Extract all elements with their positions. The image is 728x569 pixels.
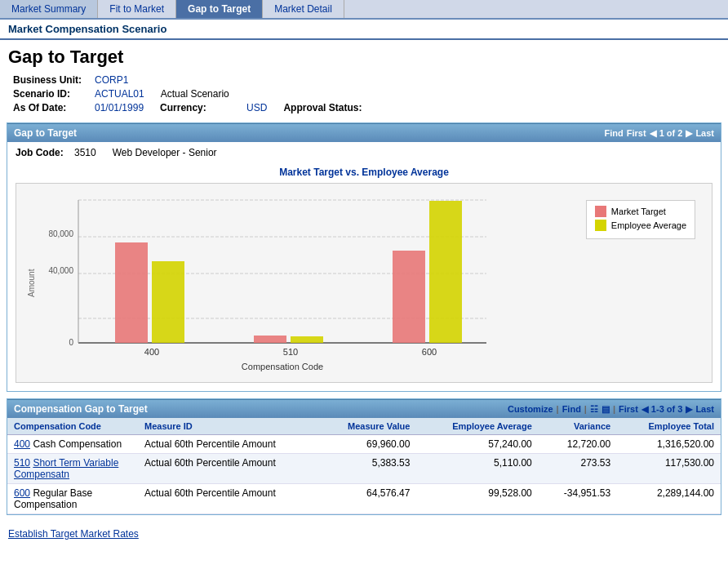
tab-fit-to-market[interactable]: Fit to Market [98, 0, 176, 18]
currency-label: Currency: [160, 102, 242, 113]
scenario-id-value: ACTUAL01 [95, 88, 144, 100]
comp-table-section: Compensation Gap to Target Customize | F… [7, 398, 721, 515]
col-header-comp-code: Compensation Code [7, 418, 138, 435]
as-of-date-label: As Of Date: [13, 102, 95, 113]
scenario-id-label: Scenario ID: [13, 88, 95, 100]
svg-text:510: 510 [283, 347, 298, 357]
chart-inner: 0 40,000 80,000 [38, 192, 704, 374]
table-chart-icon[interactable]: ▤ [601, 404, 610, 415]
table-next-arrow[interactable]: ▶ [686, 404, 692, 415]
gap-last-link[interactable]: Last [695, 128, 714, 138]
row3-comp-code: 600 Regular Base Compensation [7, 484, 138, 514]
currency-value: USD [246, 102, 267, 113]
table-last-link[interactable]: Last [695, 404, 714, 414]
tab-market-summary[interactable]: Market Summary [0, 0, 98, 18]
gap-to-target-section: Gap to Target Find First ◀ 1 of 2 ▶ Last… [7, 122, 721, 392]
table-nav-controls: Customize | Find | ☷ ▤ | First ◀ 1-3 of … [508, 404, 714, 415]
table-prev-arrow[interactable]: ◀ [641, 404, 648, 415]
gap-prev-arrow[interactable]: ◀ [650, 128, 656, 139]
compensation-table: Compensation Code Measure ID Measure Val… [7, 418, 721, 514]
comp-table-header: Compensation Gap to Target Customize | F… [7, 399, 721, 418]
svg-text:600: 600 [422, 347, 437, 357]
gap-next-arrow[interactable]: ▶ [686, 128, 692, 139]
page-title-bar: Market Compensation Scenario [0, 20, 728, 40]
job-row: Job Code: 3510 Web Developer - Senior [7, 142, 721, 163]
col-header-emp-avg: Employee Average [416, 418, 538, 435]
job-code-label: Job Code: [16, 147, 64, 158]
table-grid-icon[interactable]: ☷ [590, 404, 598, 415]
gap-first-link[interactable]: First [627, 128, 646, 138]
row3-variance: -34,951.53 [539, 484, 617, 514]
row1-emp-avg: 57,240.00 [416, 435, 538, 454]
legend-item-employee-average: Employee Average [595, 220, 686, 231]
svg-text:400: 400 [144, 347, 159, 357]
row3-code[interactable]: 600 [14, 487, 30, 499]
row2-emp-total: 117,530.00 [617, 454, 721, 484]
comp-table-title: Compensation Gap to Target [14, 403, 148, 415]
row1-measure-id: Actual 60th Percentile Amount [138, 435, 317, 454]
row2-name[interactable]: Short Term Variable Compensatn [14, 457, 118, 480]
svg-rect-11 [254, 336, 286, 343]
table-row: 600 Regular Base Compensation Actual 60t… [7, 484, 721, 514]
chart-container: Market Target vs. Employee Average Amoun… [7, 163, 721, 391]
tabs-bar: Market Summary Fit to Market Gap to Targ… [0, 0, 728, 20]
business-unit-value: CORP1 [95, 74, 128, 86]
row2-emp-avg: 5,110.00 [416, 454, 538, 484]
bottom-links: Establish Target Market Rates [0, 522, 728, 546]
col-header-variance: Variance [539, 418, 617, 435]
page-subtitle: Market Compensation Scenario [8, 23, 720, 35]
row3-measure-id: Actual 60th Percentile Amount [138, 484, 317, 514]
gap-section-title: Gap to Target [14, 127, 77, 139]
tab-gap-to-target[interactable]: Gap to Target [176, 0, 263, 18]
svg-rect-12 [291, 336, 323, 343]
row3-emp-total: 2,289,144.00 [617, 484, 721, 514]
business-unit-label: Business Unit: [13, 74, 95, 86]
legend-label-employee-average: Employee Average [611, 220, 686, 230]
row2-variance: 273.53 [539, 454, 617, 484]
row1-code[interactable]: 400 [14, 438, 30, 450]
row1-measure-value: 69,960.00 [317, 435, 416, 454]
tab-market-detail[interactable]: Market Detail [263, 0, 344, 18]
table-row: 510 Short Term Variable Compensatn Actua… [7, 454, 721, 484]
row2-measure-value: 5,383.53 [317, 454, 416, 484]
svg-rect-10 [152, 261, 184, 343]
approval-status-label: Approval Status: [283, 102, 365, 113]
table-page-info: 1-3 of 3 [651, 404, 683, 414]
table-first-link[interactable]: First [619, 404, 638, 414]
gap-section-header: Gap to Target Find First ◀ 1 of 2 ▶ Last [7, 123, 721, 142]
col-header-measure-value: Measure Value [317, 418, 416, 435]
svg-text:0: 0 [69, 338, 73, 347]
job-desc: Web Developer - Senior [113, 147, 217, 158]
row2-code[interactable]: 510 [14, 457, 30, 469]
job-code-value: 3510 [74, 147, 96, 158]
col-header-emp-total: Employee Total [617, 418, 721, 435]
info-section: Business Unit: CORP1 Scenario ID: ACTUAL… [0, 71, 728, 122]
gap-find-link[interactable]: Find [605, 128, 624, 138]
establish-target-link[interactable]: Establish Target Market Rates [8, 528, 139, 540]
svg-rect-14 [429, 201, 462, 343]
customize-link[interactable]: Customize [508, 404, 553, 414]
col-header-measure-id: Measure ID [138, 418, 317, 435]
row3-emp-avg: 99,528.00 [416, 484, 538, 514]
chart-title: Market Target vs. Employee Average [16, 167, 712, 178]
scenario-desc: Actual Scenario [161, 88, 229, 100]
chart-y-label: Amount [24, 192, 38, 374]
svg-rect-9 [115, 242, 148, 343]
chart-svg: 0 40,000 80,000 [38, 192, 511, 371]
legend-label-market-target: Market Target [611, 207, 666, 216]
table-row: 400 Cash Compensation Actual 60th Percen… [7, 435, 721, 454]
chart-legend: Market Target Employee Average [586, 200, 695, 239]
chart-wrapper: Amount 0 40,000 80,000 [16, 183, 712, 383]
svg-text:80,000: 80,000 [48, 229, 73, 238]
row2-measure-id: Actual 60th Percentile Amount [138, 454, 317, 484]
gap-nav-controls: Find First ◀ 1 of 2 ▶ Last [605, 128, 714, 139]
table-find-link[interactable]: Find [562, 404, 581, 414]
page-main-title: Gap to Target [0, 40, 728, 71]
gap-page-info: 1 of 2 [659, 128, 683, 138]
svg-rect-13 [393, 251, 425, 343]
row1-comp-code: 400 Cash Compensation [7, 435, 138, 454]
row2-comp-code: 510 Short Term Variable Compensatn [7, 454, 138, 484]
legend-color-market-target [595, 206, 606, 217]
row3-measure-value: 64,576.47 [317, 484, 416, 514]
svg-text:40,000: 40,000 [48, 266, 73, 275]
